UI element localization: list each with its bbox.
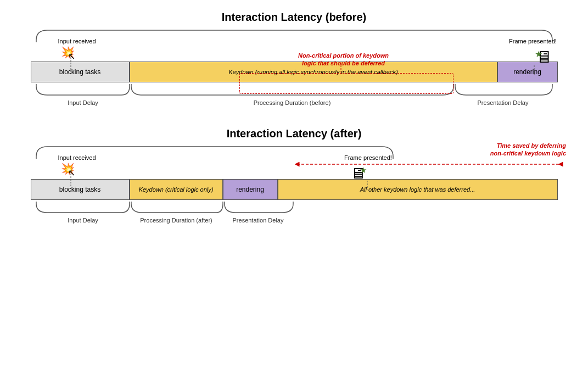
top-presentation-text: Presentation Delay — [477, 99, 528, 106]
bottom-bottom-braces-svg: Input Delay Processing Duration (after) … — [31, 202, 558, 225]
top-bar-blocking: blocking tasks — [31, 62, 130, 82]
top-processing-text: Processing Duration (before) — [253, 99, 331, 106]
bottom-bar-blocking: blocking tasks — [31, 179, 130, 200]
bottom-input-dashed-line — [70, 171, 71, 187]
bottom-section: Interaction Latency (after) Time saved b… — [22, 127, 566, 225]
bottom-bar-rendering: rendering — [223, 179, 278, 200]
bottom-input-delay-text: Input Delay — [68, 217, 98, 224]
top-star-icon: ★ — [535, 49, 542, 59]
top-input-delay-text: Input Delay — [68, 99, 98, 106]
top-section: Interaction Latency (before) Input recei… — [22, 11, 566, 107]
bottom-bar-keydown: Keydown (critical logic only) — [130, 179, 223, 200]
diagram-container: Interaction Latency (before) Input recei… — [0, 0, 588, 379]
top-cursor: ↖ — [68, 52, 75, 61]
top-title: Interaction Latency (before) — [22, 11, 566, 24]
bottom-frame-dashed-line — [367, 181, 368, 190]
bottom-bar-deferred: All other keydown logic that was deferre… — [278, 179, 558, 200]
top-input-dashed-line — [70, 54, 71, 71]
bottom-bars-row: blocking tasks Keydown (critical logic o… — [31, 177, 558, 202]
bottom-star-icon: ★ — [360, 165, 367, 175]
top-input-received-label: Input received — [58, 38, 96, 44]
top-brace-svg — [31, 28, 558, 43]
section-divider — [22, 117, 566, 118]
bottom-presentation-text: Presentation Delay — [232, 217, 283, 224]
top-annotation-line — [333, 65, 349, 74]
top-bottom-braces-svg: Input Delay Processing Duration (before)… — [31, 84, 558, 107]
bottom-frame-presented-label: Frame presented! — [344, 154, 393, 161]
time-saved-label: Time saved by deferringnon-critical keyd… — [456, 142, 566, 158]
bottom-title: Interaction Latency (after) — [22, 127, 566, 140]
bottom-input-received-label: Input received — [58, 154, 96, 161]
bottom-processing-text: Processing Duration (after) — [140, 217, 212, 224]
time-saved-arrow — [292, 159, 566, 169]
top-frame-dashed-line — [534, 65, 535, 75]
bottom-cursor: ↖ — [68, 169, 75, 177]
top-frame-presented-label: Frame presented! — [508, 38, 558, 44]
